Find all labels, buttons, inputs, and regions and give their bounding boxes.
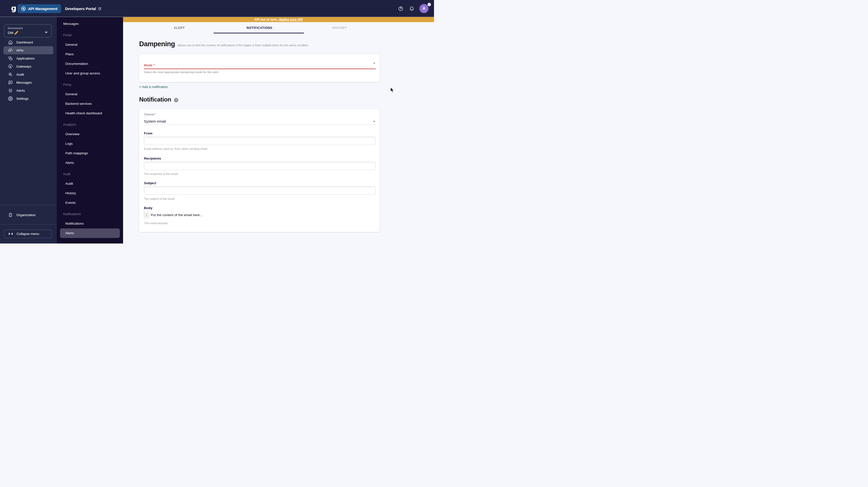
mode-select-hint: Select the most appropriate dampening mo… bbox=[144, 71, 219, 73]
submenu-section-portal: Portal bbox=[57, 30, 123, 40]
cloud-download-icon bbox=[8, 64, 13, 69]
sidebar-item-label: Applications bbox=[16, 57, 35, 60]
developers-portal-link[interactable]: Developers Portal bbox=[65, 4, 101, 13]
from-hint: Email address used as 'from' when sendin… bbox=[144, 147, 207, 150]
sidebar-item-apis[interactable]: APIs bbox=[3, 46, 53, 54]
sidebar-item-label: APIs bbox=[16, 49, 24, 52]
dropdown-arrow-icon[interactable]: ▼ bbox=[373, 62, 375, 65]
home-icon bbox=[8, 40, 13, 45]
api-management-label: API Management bbox=[28, 7, 58, 11]
submenu-item-backend-services[interactable]: Backend services bbox=[57, 99, 123, 109]
dampening-title: Dampening bbox=[139, 40, 175, 48]
subject-hint: The subject of the email bbox=[144, 197, 175, 200]
developers-portal-label: Developers Portal bbox=[65, 7, 96, 11]
submenu-item-path-mappings[interactable]: Path mappings bbox=[57, 149, 123, 158]
sidebar-item-messages[interactable]: Messages bbox=[3, 79, 53, 86]
submenu-item-notifications[interactable]: Notifications bbox=[57, 219, 123, 229]
editor-line-number: 1 bbox=[144, 211, 149, 219]
submenu-item-messages[interactable]: Messages bbox=[57, 19, 123, 29]
submenu-item-plans[interactable]: Plans bbox=[57, 50, 123, 59]
submenu-item-proxy-general[interactable]: General bbox=[57, 89, 123, 99]
alarm-clock-icon bbox=[8, 88, 13, 93]
submenu-item-alerts[interactable]: Alerts bbox=[60, 229, 120, 238]
close-icon[interactable]: ✕ bbox=[174, 98, 178, 102]
top-bar: g API Management Developers Portal bbox=[0, 0, 434, 17]
environment-selector[interactable]: Environment DM-🥖 bbox=[4, 24, 52, 37]
submenu-section-proxy: Proxy bbox=[57, 80, 123, 89]
dampening-header: Dampening Allows you to limit the number… bbox=[139, 40, 308, 48]
collapse-menu-button[interactable]: Collapse menu bbox=[4, 230, 52, 238]
tab-alert[interactable]: ALERT bbox=[139, 22, 219, 33]
add-notification-link[interactable]: > Add a notification bbox=[139, 85, 168, 89]
sidebar-item-organization[interactable]: Organization bbox=[3, 211, 53, 219]
submenu-item-overview[interactable]: Overview bbox=[57, 129, 123, 139]
submenu-item-history[interactable]: History bbox=[57, 188, 123, 198]
mode-select-label: Mode * bbox=[144, 63, 155, 67]
body-hint: The email payload bbox=[144, 222, 167, 225]
gear-icon bbox=[8, 96, 13, 101]
submenu-item-documentation[interactable]: Documentation bbox=[57, 59, 123, 69]
api-management-button[interactable]: API Management bbox=[18, 4, 61, 13]
sidebar-org-section: Organization bbox=[0, 211, 57, 219]
sidebar-item-gateways[interactable]: Gateways bbox=[3, 62, 53, 70]
sidebar-nav: Dashboard APIs Applications Gateways Aud… bbox=[0, 38, 57, 102]
channel-select[interactable]: System email bbox=[144, 119, 166, 123]
sidebar-item-dashboard[interactable]: Dashboard bbox=[3, 38, 53, 46]
body-label: Body bbox=[144, 206, 152, 210]
tab-notifications[interactable]: NOTIFICATIONS bbox=[219, 22, 299, 33]
submenu-item-analytics-alerts[interactable]: Alerts bbox=[57, 158, 123, 168]
dampening-description: Allows you to limit the number of notifi… bbox=[178, 44, 308, 47]
recipients-input[interactable] bbox=[144, 162, 376, 170]
environment-value: DM-🥖 bbox=[8, 31, 48, 35]
submenu-item-logs[interactable]: Logs bbox=[57, 139, 123, 149]
sidebar-item-alerts[interactable]: Alerts bbox=[3, 86, 53, 94]
sidebar-item-label: Alerts bbox=[16, 89, 25, 92]
mode-select-underline[interactable] bbox=[144, 69, 376, 69]
avatar-status-dot bbox=[428, 3, 431, 6]
api-out-of-sync-banner: API out of sync, deploy your API bbox=[123, 17, 434, 22]
primary-sidebar: Environment DM-🥖 Dashboard APIs Applicat… bbox=[0, 17, 57, 243]
environment-label: Environment bbox=[8, 27, 48, 30]
sidebar-item-settings[interactable]: Settings bbox=[3, 94, 53, 102]
tab-history[interactable]: HISTORY bbox=[300, 22, 380, 33]
divider bbox=[0, 224, 57, 224]
sidebar-item-label: Dashboard bbox=[16, 40, 33, 44]
tab-bar: ALERT NOTIFICATIONS HISTORY bbox=[139, 22, 380, 33]
submenu-section-notifications: Notifications bbox=[57, 209, 123, 219]
from-label: From bbox=[144, 131, 152, 135]
submenu-section-audit: Audit bbox=[57, 170, 123, 179]
submenu-item-audit[interactable]: Audit bbox=[57, 179, 123, 188]
notification-title: Notification bbox=[139, 96, 171, 103]
divider bbox=[0, 205, 57, 205]
subject-input[interactable] bbox=[144, 186, 376, 195]
notification-header: Notification ✕ bbox=[139, 96, 178, 103]
sidebar-item-label: Messages bbox=[16, 81, 32, 85]
subject-label: Subject bbox=[144, 181, 156, 185]
help-icon[interactable] bbox=[398, 6, 403, 11]
from-input[interactable] bbox=[144, 137, 376, 145]
submenu-item-user-group-access[interactable]: User and group access bbox=[57, 69, 123, 78]
editor-content[interactable]: Put the content of the email here... bbox=[149, 211, 203, 219]
user-avatar[interactable]: A bbox=[420, 4, 429, 13]
submenu-item-portal-general[interactable]: General bbox=[57, 40, 123, 50]
deploy-api-link[interactable]: deploy your API bbox=[279, 18, 303, 21]
gear-icon bbox=[21, 6, 26, 11]
collapse-icon bbox=[8, 232, 13, 236]
sidebar-item-audit[interactable]: Audit bbox=[3, 70, 53, 79]
body-code-editor[interactable]: 1 Put the content of the email here... bbox=[144, 211, 203, 219]
search-check-icon bbox=[8, 72, 13, 77]
organization-icon bbox=[8, 213, 13, 217]
sidebar-item-label: Audit bbox=[16, 72, 24, 77]
applications-icon bbox=[8, 56, 13, 61]
bell-icon[interactable] bbox=[409, 6, 414, 11]
external-link-icon bbox=[98, 7, 101, 10]
submenu-item-events[interactable]: Events bbox=[57, 198, 123, 208]
recipients-label: Recipients bbox=[144, 157, 161, 160]
submenu-item-health-check[interactable]: Health-check dashboard bbox=[57, 109, 123, 118]
submenu-section-analytics: Analytics bbox=[57, 120, 123, 129]
chat-icon bbox=[8, 80, 13, 85]
gravitee-logo: g bbox=[11, 3, 16, 13]
collapse-menu-label: Collapse menu bbox=[17, 232, 39, 236]
sidebar-item-applications[interactable]: Applications bbox=[3, 54, 53, 62]
dropdown-arrow-icon[interactable]: ▼ bbox=[373, 120, 375, 123]
